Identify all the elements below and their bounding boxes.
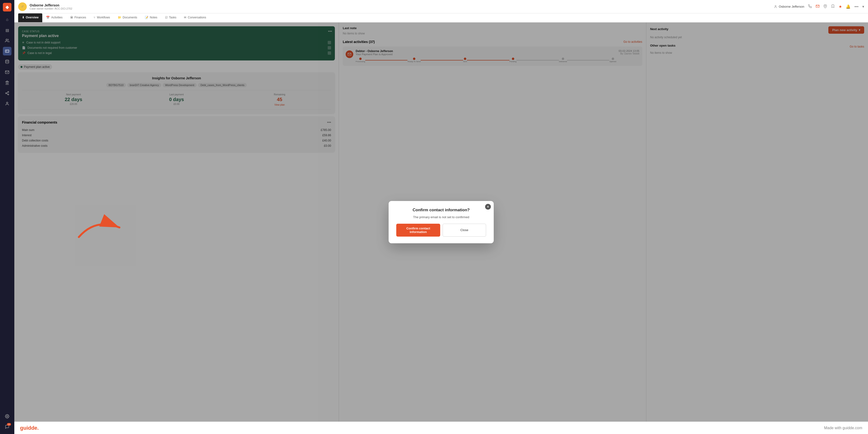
sidebar-item-cases[interactable]: ▤ [3, 26, 11, 34]
app-logo[interactable]: ◆ [3, 3, 11, 11]
svg-point-2 [5, 60, 9, 61]
svg-rect-1 [5, 50, 9, 53]
tab-notes[interactable]: 📝 Notes [141, 13, 161, 22]
svg-point-14 [6, 102, 8, 104]
top-header: ♂ Osborne Jefferson Case owner number: A… [14, 0, 868, 13]
overview-icon: ⬇ [22, 16, 24, 19]
notes-icon: 📝 [145, 16, 148, 19]
case-name: Osborne Jefferson [30, 3, 771, 7]
header-username: Osborne Jefferson [779, 5, 804, 8]
svg-line-12 [6, 93, 8, 94]
sidebar-item-database[interactable] [3, 57, 11, 66]
sidebar: ◆ ⌂ ▤ 12 [0, 0, 14, 434]
bookmark-icon[interactable] [831, 4, 835, 9]
nav-tabs: ⬇ Overview 📅 Activities 🏛 Finances ⑂ Wor… [14, 13, 868, 23]
modal-close-x-button[interactable]: ✕ [485, 204, 491, 210]
modal-overlay[interactable]: ✕ Confirm contact information? The prima… [14, 23, 868, 422]
modal-title: Confirm contact information? [396, 208, 486, 212]
sidebar-item-chat[interactable]: 12 [3, 423, 11, 431]
main-area: ♂ Osborne Jefferson Case owner number: A… [14, 0, 868, 434]
svg-point-9 [8, 91, 9, 93]
finances-icon: 🏛 [70, 16, 73, 19]
activities-icon: 📅 [46, 16, 50, 19]
chat-badge: 12 [7, 423, 11, 426]
svg-point-15 [7, 416, 8, 417]
header-actions: Osborne Jefferson ★ 🔔 ••• ▾ [774, 4, 864, 9]
sidebar-item-home[interactable]: ⌂ [3, 15, 11, 24]
tasks-icon: ☑ [165, 16, 168, 19]
sidebar-item-workflow[interactable] [3, 89, 11, 97]
sidebar-item-settings[interactable] [3, 412, 11, 421]
modal-body: The primary email is not set to confirme… [396, 215, 486, 219]
more-icon[interactable]: ••• [855, 4, 859, 9]
tab-conversations[interactable]: ✉ Conversations [180, 13, 210, 22]
modal-close-button[interactable]: Close [443, 224, 486, 237]
svg-point-17 [825, 5, 826, 6]
arrow-wrapper [76, 213, 124, 243]
footer-tagline: Made with guidde.com [824, 426, 862, 430]
case-avatar: ♂ [18, 2, 27, 11]
svg-point-11 [8, 94, 9, 95]
guidde-logo: guidde. [20, 425, 39, 431]
tab-workflows[interactable]: ⑂ Workflows [90, 13, 114, 22]
sidebar-item-contacts[interactable] [3, 36, 11, 45]
svg-point-0 [6, 39, 7, 40]
sidebar-item-mail[interactable] [3, 68, 11, 77]
tab-overview[interactable]: ⬇ Overview [18, 13, 42, 22]
svg-marker-8 [6, 81, 9, 82]
location-icon[interactable] [823, 4, 827, 9]
modal-actions: Confirm contact information Close [396, 224, 486, 237]
tab-finances[interactable]: 🏛 Finances [66, 13, 90, 22]
tab-documents[interactable]: 📁 Documents [114, 13, 141, 22]
svg-line-13 [6, 92, 8, 93]
arrow-svg [76, 213, 124, 242]
content-area: ••• CASE STATUS Payment plan active ✳ Ca… [14, 23, 868, 422]
case-info: Osborne Jefferson Case owner number: ACC… [30, 3, 771, 10]
svg-point-16 [775, 5, 776, 6]
svg-point-10 [5, 93, 7, 94]
footer: guidde. Made with guidde.com [14, 422, 868, 434]
tab-tasks[interactable]: ☑ Tasks [161, 13, 180, 22]
chevron-down-icon[interactable]: ▾ [862, 4, 864, 9]
sidebar-item-team[interactable] [3, 99, 11, 108]
sidebar-item-bank[interactable] [3, 78, 11, 87]
conversations-icon: ✉ [184, 16, 186, 19]
confirm-contact-button[interactable]: Confirm contact information [396, 224, 440, 237]
star-icon[interactable]: ★ [839, 4, 842, 9]
workflows-icon: ⑂ [94, 16, 95, 19]
email-icon[interactable] [816, 4, 819, 9]
phone-icon[interactable] [808, 4, 812, 9]
bell-icon[interactable]: 🔔 [846, 4, 850, 9]
documents-icon: 📁 [118, 16, 121, 19]
header-user: Osborne Jefferson [774, 5, 804, 8]
sidebar-item-id-card[interactable] [3, 47, 11, 55]
confirm-contact-modal: ✕ Confirm contact information? The prima… [389, 201, 494, 243]
case-number: Case owner number: ACC-DCI-2702 [30, 7, 771, 10]
tab-activities[interactable]: 📅 Activities [42, 13, 66, 22]
